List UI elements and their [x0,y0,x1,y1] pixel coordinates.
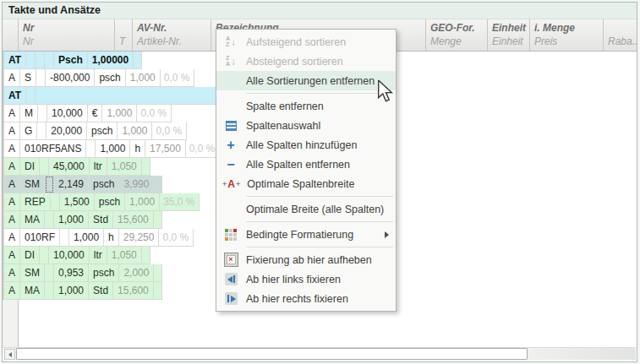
cell-preis[interactable]: 15,600 [113,282,154,300]
menu-item-column-chooser[interactable]: Spaltenauswahl [216,116,396,135]
cell-einheit[interactable]: ltr [90,247,107,264]
cell-menge[interactable]: 1,000 [54,282,89,300]
cell-rabatt[interactable]: 0,0 % [161,69,195,87]
cell-nr[interactable]: 10 [3,87,4,105]
cell-einheit[interactable]: h [104,229,119,247]
column-header-nr[interactable]: Nr Nr [19,19,115,51]
cell-menge[interactable]: 10,000 [49,247,90,264]
cell-bezeichnung[interactable] [45,211,54,229]
cell-menge[interactable]: -800,000 [46,69,95,87]
cell-t[interactable]: A [4,247,20,264]
cell-bezeichnung[interactable] [36,52,45,69]
cell-av-nr[interactable]: MA [20,282,45,300]
cell-preis[interactable]: 2,000 [119,264,154,282]
cell-einheit[interactable]: psch [89,176,119,193]
cell-menge[interactable]: 1,000 [54,211,89,229]
cell-rabatt[interactable] [142,158,150,176]
menu-item-remove-all-columns[interactable]: − Alle Spalten entfernen [216,155,396,174]
cell-rabatt[interactable]: 35,0 % [160,193,200,211]
cell-menge[interactable]: 1,000 [96,140,130,158]
cell-nr[interactable]: 20 [3,52,4,69]
cell-preis[interactable]: 17,500 [145,140,186,158]
cell-t[interactable]: A [4,211,20,229]
cell-preis[interactable]: 1,00000 [88,52,134,69]
column-header-geo-for[interactable]: GEO-For. Menge [426,19,488,51]
cell-av-nr[interactable]: S [20,69,36,87]
cell-t[interactable]: A [4,140,20,158]
menu-item-best-fit-column[interactable]: +A+ Optimale Spaltenbreite [216,174,396,193]
cell-av-nr[interactable]: M [20,105,38,122]
cell-bezeichnung[interactable] [51,193,60,211]
cell-nr[interactable]: 44 [3,229,4,247]
cell-rabatt[interactable] [154,176,162,193]
horizontal-scrollbar[interactable] [3,347,636,360]
cell-t[interactable]: A [4,193,20,211]
cell-menge[interactable]: 10,000 [47,105,88,122]
cell-rabatt[interactable]: 0,0 % [159,229,194,247]
menu-item-conditional-formatting[interactable]: Bedingte Formatierung [216,225,396,244]
cell-preis[interactable]: 15,600 [113,211,154,229]
cell-bezeichnung[interactable] [45,282,54,300]
cell-einheit[interactable]: ltr [90,158,107,176]
cell-rabatt[interactable] [134,52,142,69]
cell-preis[interactable]: 1,000 [102,105,137,122]
cell-t[interactable]: AT [4,87,26,105]
cell-nr[interactable]: 32 [3,158,4,176]
cell-av-nr[interactable]: MA [20,211,45,229]
cell-t[interactable]: A [4,282,20,300]
cell-nr[interactable]: 30 [3,140,4,158]
column-header-i-menge[interactable]: i. Menge Preis [530,19,604,51]
cell-t[interactable]: AT [4,52,26,69]
cell-bezeichnung[interactable] [36,69,46,87]
cell-t[interactable]: A [4,229,20,247]
cell-bezeichnung[interactable] [40,158,49,176]
menu-item-clear-sorting[interactable]: Alle Sortierungen entfernen [216,71,396,90]
scroll-left-button[interactable] [4,349,15,360]
menu-item-sort-descending[interactable]: ZA↓ Absteigend sortieren [216,52,396,71]
cell-einheit[interactable]: Std [89,282,113,300]
cell-nr[interactable]: 33 [3,176,4,193]
cell-nr[interactable]: 46 [3,247,4,264]
cell-t[interactable]: A [4,122,20,140]
menu-item-freeze-left[interactable]: Ab hier links fixieren [216,269,396,289]
cell-nr[interactable]: 47 [3,264,4,282]
column-header-av-nr[interactable]: AV-Nr. Artikel-Nr. [133,19,211,51]
cell-einheit[interactable]: psch [87,122,118,140]
cell-nr[interactable]: 31 [3,211,4,229]
cell-einheit[interactable]: Psch [54,52,88,69]
cell-av-nr[interactable]: 010RF [20,229,60,247]
cell-rabatt[interactable] [154,282,162,300]
cell-t[interactable]: A [4,69,20,87]
cell-menge[interactable]: 45,000 [49,158,90,176]
cell-rabatt[interactable] [154,211,162,229]
cell-bezeichnung[interactable] [40,247,49,264]
cell-t[interactable]: A [4,264,20,282]
cell-rabatt[interactable] [142,247,150,264]
cell-menge[interactable]: 0,953 [54,264,89,282]
cell-menge[interactable]: 1,500 [60,193,95,211]
cell-einheit[interactable]: psch [89,264,119,282]
cell-bezeichnung[interactable] [60,229,69,247]
column-header-t[interactable]: T [115,19,133,51]
scrollbar-thumb[interactable] [16,348,528,360]
cell-einheit[interactable]: € [88,105,103,122]
cell-bezeichnung[interactable] [86,140,96,158]
cell-bezeichnung[interactable] [37,122,46,140]
cell-preis[interactable]: 3,990 [119,176,154,193]
cell-menge[interactable]: 1,000 [69,229,104,247]
cell-av-nr[interactable]: G [20,122,37,140]
menu-item-unfreeze[interactable]: × Fixierung ab hier aufheben [216,250,396,269]
cell-menge[interactable]: 2,149 [54,176,89,193]
cell-t[interactable]: A [4,105,20,122]
cell-preis[interactable]: 1,050 [107,158,142,176]
cell-av-nr[interactable]: REP [20,193,51,211]
cell-menge[interactable]: 20,000 [46,122,87,140]
cell-einheit[interactable]: psch [95,193,125,211]
column-header-rabatt[interactable]: Raba... [604,19,637,51]
menu-item-sort-ascending[interactable]: AZ↓ Aufsteigend sortieren [216,32,396,52]
cell-bezeichnung[interactable] [38,105,47,122]
cell-av-nr[interactable] [26,87,36,105]
cell-nr[interactable]: 10 [3,69,4,87]
cell-preis[interactable]: 1,050 [107,247,142,264]
cell-bezeichnung[interactable] [45,264,54,282]
